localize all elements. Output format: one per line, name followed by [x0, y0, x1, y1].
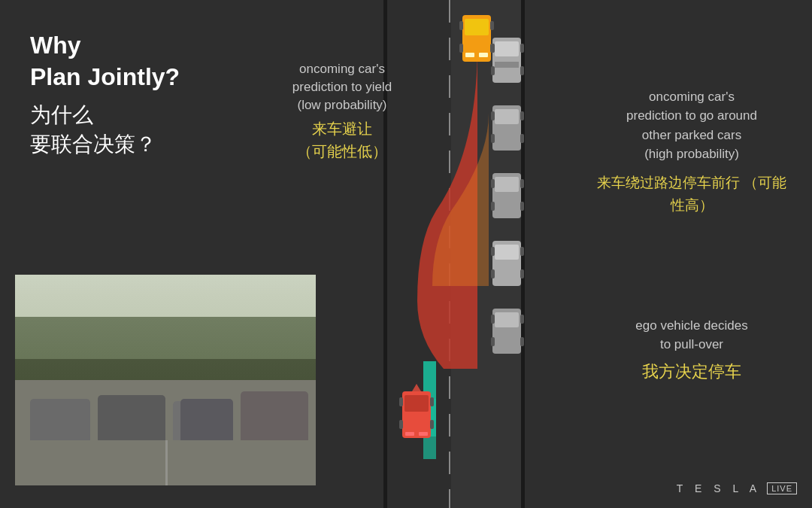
svg-rect-51: [399, 420, 403, 429]
svg-rect-37: [520, 337, 524, 346]
svg-rect-34: [491, 315, 495, 324]
svg-rect-47: [404, 395, 429, 412]
svg-rect-11: [491, 66, 495, 75]
svg-rect-29: [491, 269, 495, 278]
svg-rect-52: [430, 397, 434, 406]
svg-rect-19: [520, 134, 524, 143]
svg-rect-49: [419, 432, 428, 436]
svg-rect-40: [465, 53, 474, 57]
svg-rect-8: [495, 41, 519, 56]
camera-view: [15, 275, 316, 485]
yield-label-cn: 来车避让 （可能性低）: [259, 117, 425, 163]
svg-rect-21: [495, 177, 519, 192]
title-english: Why Plan Jointly?: [30, 30, 263, 93]
svg-rect-33: [495, 312, 519, 327]
tesla-brand-text: T E S L A: [677, 482, 761, 494]
svg-rect-36: [520, 315, 524, 324]
main-container: Why Plan Jointly? 为什么 要联合决策？ oncoming ca…: [0, 0, 812, 508]
svg-rect-15: [495, 109, 519, 124]
svg-rect-30: [520, 247, 524, 256]
title-chinese: 为什么 要联合决策？: [30, 100, 263, 159]
yield-label-en: oncoming car'sprediction to yield(low pr…: [259, 60, 425, 114]
svg-rect-9: [495, 62, 519, 68]
svg-rect-53: [430, 420, 434, 429]
right-panel: oncoming car's prediction to go around o…: [571, 0, 812, 508]
right-mid-cn: 来车绕过路边停车前行 （可能性高）: [594, 172, 789, 217]
svg-rect-17: [491, 134, 495, 143]
tesla-logo-area: T E S L A LIVE: [677, 482, 797, 494]
svg-rect-42: [459, 21, 463, 30]
yield-label-area: oncoming car'sprediction to yield(low pr…: [259, 60, 425, 163]
svg-rect-39: [465, 19, 489, 35]
svg-rect-13: [520, 66, 524, 75]
right-bottom-section: ego vehicle decides to pull-over 我方决定停车: [594, 316, 789, 384]
right-bottom-en: ego vehicle decides to pull-over: [594, 316, 789, 354]
svg-rect-43: [459, 44, 463, 53]
svg-rect-44: [490, 21, 494, 30]
svg-rect-18: [520, 111, 524, 120]
svg-rect-12: [520, 44, 524, 53]
right-bottom-cn: 我方决定停车: [594, 360, 789, 384]
svg-rect-28: [491, 247, 495, 256]
svg-rect-23: [491, 202, 495, 211]
grayscale-overlay: [15, 275, 316, 485]
svg-rect-24: [520, 179, 524, 188]
svg-rect-35: [491, 337, 495, 346]
svg-rect-45: [490, 44, 494, 53]
svg-rect-48: [405, 432, 414, 436]
right-top-en: oncoming car's prediction to go around o…: [594, 87, 789, 164]
svg-rect-16: [491, 111, 495, 120]
svg-rect-27: [495, 245, 519, 260]
right-top-section: oncoming car's prediction to go around o…: [594, 87, 789, 217]
live-badge: LIVE: [767, 482, 797, 494]
svg-rect-41: [479, 53, 488, 57]
svg-rect-31: [520, 269, 524, 278]
svg-rect-25: [520, 202, 524, 211]
svg-rect-50: [399, 397, 403, 406]
svg-rect-22: [491, 179, 495, 188]
